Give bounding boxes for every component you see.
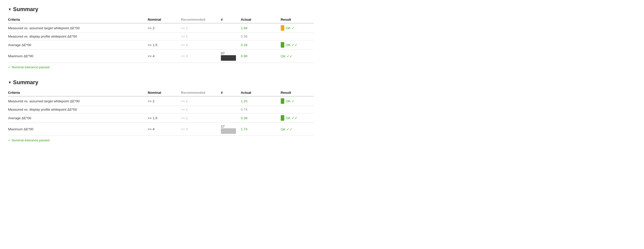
th-criteria-2: Criteria <box>8 89 148 96</box>
td-actual-2-4: 1.74 <box>241 123 281 136</box>
result-ok-1-3: OK ✓✓ <box>281 42 312 48</box>
td-actual-2-1: 1.25 <box>241 96 281 106</box>
td-hash-1-4: 07 <box>221 50 241 63</box>
td-recommended-1-4: <= 3 <box>181 50 221 63</box>
td-criteria-1-2: Measured vs. display profile whitepoint … <box>8 33 148 40</box>
th-result-1: Result <box>281 16 314 23</box>
summary-table-1: Criteria Nominal Recommended # Actual Re… <box>8 16 314 63</box>
th-nominal-2: Nominal <box>148 89 181 96</box>
table-row-2-1: Measured vs. assumed target whitepoint Δ… <box>8 96 314 106</box>
td-criteria-1-4: Maximum ΔE*00 <box>8 50 148 63</box>
th-recommended-1: Recommended <box>181 16 221 23</box>
color-bar-orange <box>281 25 284 31</box>
section-heading-1: Summary <box>13 6 38 13</box>
td-result-2-2 <box>281 106 314 113</box>
td-recommended-1-1: <= 1 <box>181 23 221 33</box>
td-nominal-2-3: <= 1.5 <box>148 113 181 123</box>
td-result-1-3: OK ✓✓ <box>281 40 314 50</box>
result-text-2-1: OK ✓ <box>286 99 295 103</box>
td-nominal-1-1: <= 2 <box>148 23 181 33</box>
td-result-2-4: OK ✓✓ <box>281 123 314 136</box>
th-result-2: Result <box>281 89 314 96</box>
summary-table-2: Criteria Nominal Recommended # Actual Re… <box>8 89 314 136</box>
th-hash-1: # <box>221 16 241 23</box>
collapse-triangle-1[interactable]: ▼ <box>8 7 12 11</box>
table-header-row-1: Criteria Nominal Recommended # Actual Re… <box>8 16 314 23</box>
result-text-2-3: OK ✓✓ <box>286 116 298 120</box>
th-recommended-2: Recommended <box>181 89 221 96</box>
td-recommended-2-2: <= 1 <box>181 106 221 113</box>
td-recommended-2-3: <= 1 <box>181 113 221 123</box>
td-actual-1-4: 0.98 <box>241 50 281 63</box>
result-text-1-4: OK ✓✓ <box>281 54 293 58</box>
result-text-1-3: OK ✓✓ <box>286 43 298 47</box>
section-title-1: ▼ Summary <box>8 6 314 13</box>
table-row-1-2: Measured vs. display profile whitepoint … <box>8 33 314 40</box>
td-recommended-1-3: <= 1 <box>181 40 221 50</box>
td-actual-2-3: 0.38 <box>241 113 281 123</box>
table-row-2-3: Average ΔE*00 <= 1.5 <= 1 0.38 OK ✓✓ <box>8 113 314 123</box>
td-nominal-2-2 <box>148 106 181 113</box>
td-hash-1-2 <box>221 33 241 40</box>
color-bar-green <box>281 98 284 104</box>
table-row-1-3: Average ΔE*00 <= 1.5 <= 1 0.28 OK ✓✓ <box>8 40 314 50</box>
td-result-2-1: OK ✓ <box>281 96 314 106</box>
result-ok-2-1: OK ✓ <box>281 98 312 104</box>
td-nominal-2-4: <= 4 <box>148 123 181 136</box>
result-ok-2-4: OK ✓✓ <box>281 127 312 131</box>
td-actual-2-2: 0.74 <box>241 106 281 113</box>
td-criteria-2-1: Measured vs. assumed target whitepoint Δ… <box>8 96 148 106</box>
td-recommended-1-2: <= 1 <box>181 33 221 40</box>
td-criteria-2-4: Maximum ΔE*00 <box>8 123 148 136</box>
table-row-2-2: Measured vs. display profile whitepoint … <box>8 106 314 113</box>
table-row-1-4: Maximum ΔE*00 <= 4 <= 3 07 0.98 OK ✓✓ <box>8 50 314 63</box>
td-nominal-2-1: <= 2 <box>148 96 181 106</box>
hash-number-1-4: 07 <box>221 51 225 55</box>
color-swatch-lightgray <box>221 128 236 134</box>
th-hash-2: # <box>221 89 241 96</box>
td-hash-2-3 <box>221 113 241 123</box>
td-actual-1-3: 0.28 <box>241 40 281 50</box>
th-nominal-1: Nominal <box>148 16 181 23</box>
td-hash-2-2 <box>221 106 241 113</box>
table-header-row-2: Criteria Nominal Recommended # Actual Re… <box>8 89 314 96</box>
th-actual-2: Actual <box>241 89 281 96</box>
section-1: ▼ Summary Criteria Nominal Recommended #… <box>8 6 314 69</box>
td-criteria-2-2: Measured vs. display profile whitepoint … <box>8 106 148 113</box>
result-ok-2-3: OK ✓✓ <box>281 115 312 121</box>
th-actual-1: Actual <box>241 16 281 23</box>
th-criteria-1: Criteria <box>8 16 148 23</box>
td-criteria-1-1: Measured vs. assumed target whitepoint Δ… <box>8 23 148 33</box>
td-criteria-1-3: Average ΔE*00 <box>8 40 148 50</box>
td-nominal-1-4: <= 4 <box>148 50 181 63</box>
collapse-triangle-2[interactable]: ▼ <box>8 80 12 84</box>
td-hash-1-3 <box>221 40 241 50</box>
result-text-1-1: OK ✓ <box>286 26 295 30</box>
td-result-1-4: OK ✓✓ <box>281 50 314 63</box>
td-result-1-1: OK ✓ <box>281 23 314 33</box>
td-result-2-3: OK ✓✓ <box>281 113 314 123</box>
td-recommended-2-1: <= 1 <box>181 96 221 106</box>
table-row-2-4: Maximum ΔE*00 <= 4 <= 3 17 1.74 OK ✓✓ <box>8 123 314 136</box>
section-heading-2: Summary <box>13 79 38 86</box>
td-nominal-1-2 <box>148 33 181 40</box>
td-nominal-1-3: <= 1.5 <box>148 40 181 50</box>
td-hash-1-1 <box>221 23 241 33</box>
color-bar-green <box>281 115 284 121</box>
td-recommended-2-4: <= 3 <box>181 123 221 136</box>
section-title-2: ▼ Summary <box>8 79 314 86</box>
td-hash-2-1 <box>221 96 241 106</box>
tolerance-note-2: ✓ Nominal tolerance passed <box>8 138 314 142</box>
color-bar-green <box>281 42 284 48</box>
td-result-1-2 <box>281 33 314 40</box>
hash-number-2-4: 17 <box>221 125 225 128</box>
section-2: ▼ Summary Criteria Nominal Recommended #… <box>8 79 314 142</box>
td-criteria-2-3: Average ΔE*00 <box>8 113 148 123</box>
tolerance-note-1: ✓ Nominal tolerance passed <box>8 65 314 69</box>
result-text-2-4: OK ✓✓ <box>281 127 293 131</box>
result-ok-1-1: OK ✓ <box>281 25 312 31</box>
td-actual-1-1: 1.68 <box>241 23 281 33</box>
result-ok-1-4: OK ✓✓ <box>281 54 312 58</box>
color-swatch-dark <box>221 55 236 61</box>
td-hash-2-4: 17 <box>221 123 241 136</box>
